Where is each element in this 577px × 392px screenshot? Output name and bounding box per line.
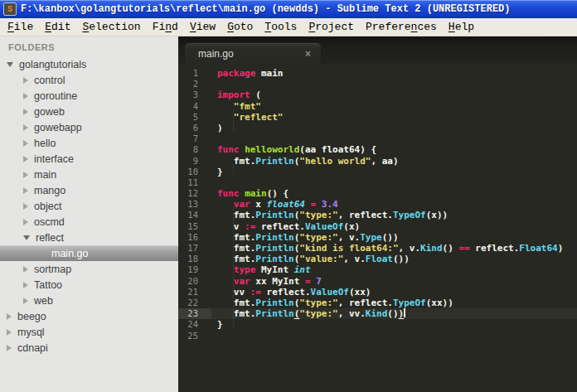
line-number: 17 xyxy=(178,243,211,254)
code-token: MyInt xyxy=(255,264,293,275)
title-bar[interactable]: S F:\kanbox\golangtutorials\reflect\main… xyxy=(0,0,577,18)
line-number: 7 xyxy=(178,133,211,144)
code-area[interactable]: 1package main23import (4"fmt"5"reflect"6… xyxy=(178,64,577,392)
code-line[interactable]: 5"reflect" xyxy=(178,112,577,123)
code-token: Println xyxy=(255,298,293,308)
code-line[interactable]: 25 xyxy=(178,331,577,341)
tree-item-control[interactable]: control xyxy=(0,72,178,88)
code-line[interactable]: 6) xyxy=(178,123,577,133)
code-token: TypeOf xyxy=(393,210,426,220)
tree-item-goweb[interactable]: goweb xyxy=(0,104,178,119)
code-line[interactable]: 21vv := reflect.ValueOf(xx) xyxy=(178,287,577,298)
collapsed-triangle-icon[interactable] xyxy=(23,109,28,115)
code-line[interactable]: 3import ( xyxy=(178,90,577,100)
expanded-triangle-icon[interactable] xyxy=(23,235,30,240)
tree-item-sortmap[interactable]: sortmap xyxy=(0,261,178,277)
code-token: "kind is float64:" xyxy=(299,243,398,254)
code-line[interactable]: 8func helloworld(aa float64) { xyxy=(178,144,577,155)
tree-item-main-go[interactable]: main.go xyxy=(0,245,178,261)
collapsed-triangle-icon[interactable] xyxy=(7,345,12,351)
tree-item-cdnapi[interactable]: cdnapi xyxy=(0,340,178,356)
code-line[interactable]: 12func main() { xyxy=(178,188,577,199)
code-line[interactable]: 18fmt.Println("value:", v.Float()) xyxy=(178,254,577,264)
tree-item-beego[interactable]: beego xyxy=(0,308,178,324)
code-line[interactable]: 9fmt.Println("hello world", aa) xyxy=(178,156,577,167)
code-token: import xyxy=(217,90,250,100)
expanded-triangle-icon[interactable] xyxy=(7,62,13,67)
code-line[interactable]: 7 xyxy=(178,133,577,144)
code-line-content: fmt.Println("type:", v.Type()) xyxy=(217,232,399,243)
code-line[interactable]: 10} xyxy=(178,167,577,177)
collapsed-triangle-icon[interactable] xyxy=(23,156,28,162)
tree-item-golangtutorials[interactable]: golangtutorials xyxy=(0,56,178,72)
collapsed-triangle-icon[interactable] xyxy=(7,313,12,320)
code-line[interactable]: 15v := reflect.ValueOf(x) xyxy=(178,221,577,232)
code-line[interactable]: 14fmt.Println("type:", reflect.TypeOf(x)… xyxy=(178,210,577,220)
collapsed-triangle-icon[interactable] xyxy=(23,172,28,178)
tree-item-mysql[interactable]: mysql xyxy=(0,324,178,340)
code-line[interactable]: 20var xx MyInt = 7 xyxy=(178,276,577,287)
tree-item-mango[interactable]: mango xyxy=(0,182,178,198)
tab-main-go[interactable]: main.go × xyxy=(184,42,322,64)
tree-item-label: Tattoo xyxy=(34,279,62,291)
tree-item-interface[interactable]: interface xyxy=(0,151,178,167)
code-line[interactable]: 13var x float64 = 3.4 xyxy=(178,199,577,210)
code-line[interactable]: 19type MyInt int xyxy=(178,264,577,275)
code-line[interactable]: 22fmt.Println("type:", reflect.TypeOf(xx… xyxy=(178,298,577,308)
menu-item-goto[interactable]: Goto xyxy=(221,20,259,34)
code-token: (aa float64) { xyxy=(299,144,376,155)
menu-item-selection[interactable]: Selection xyxy=(76,20,146,34)
tree-item-web[interactable]: web xyxy=(0,293,178,308)
tree-item-reflect[interactable]: reflect xyxy=(0,230,178,245)
code-line-content: type MyInt int xyxy=(217,264,311,275)
code-line[interactable]: 24} xyxy=(178,319,577,330)
app-icon-letter: S xyxy=(7,5,12,14)
menu-item-file[interactable]: File xyxy=(2,20,39,34)
code-token: , v. xyxy=(343,254,366,264)
tree-item-object[interactable]: object xyxy=(0,198,178,214)
collapsed-triangle-icon[interactable] xyxy=(23,266,28,273)
line-number: 23 xyxy=(178,308,211,319)
tree-item-label: gowebapp xyxy=(34,122,82,133)
code-token: ( xyxy=(250,90,261,100)
tree-item-label: hello xyxy=(34,138,56,149)
collapsed-triangle-icon[interactable] xyxy=(23,140,28,147)
menu-item-project[interactable]: Project xyxy=(303,20,360,34)
collapsed-triangle-icon[interactable] xyxy=(23,124,28,131)
menu-item-tools[interactable]: Tools xyxy=(259,20,303,34)
tree-item-main[interactable]: main xyxy=(0,167,178,182)
window-title: F:\kanbox\golangtutorials\reflect\main.g… xyxy=(21,3,511,15)
collapsed-triangle-icon[interactable] xyxy=(23,282,28,288)
collapsed-triangle-icon[interactable] xyxy=(7,329,12,336)
code-line[interactable]: 11 xyxy=(178,177,577,188)
code-line[interactable]: 17fmt.Println("kind is float64:", v.Kind… xyxy=(178,243,577,254)
code-line-content: fmt.Println("kind is float64:", v.Kind()… xyxy=(217,243,563,254)
tab-close-icon[interactable]: × xyxy=(305,48,311,60)
tree-item-Tattoo[interactable]: Tattoo xyxy=(0,277,178,293)
tree-item-oscmd[interactable]: oscmd xyxy=(0,214,178,230)
tree-item-hello[interactable]: hello xyxy=(0,135,178,151)
collapsed-triangle-icon[interactable] xyxy=(23,219,28,225)
menu-item-find[interactable]: Find xyxy=(147,20,184,34)
line-number: 25 xyxy=(178,331,211,341)
collapsed-triangle-icon[interactable] xyxy=(23,77,28,84)
menu-item-edit[interactable]: Edit xyxy=(39,20,76,34)
code-line[interactable]: 2 xyxy=(178,79,577,90)
code-token: Kind xyxy=(420,243,443,254)
collapsed-triangle-icon[interactable] xyxy=(23,187,28,194)
tree-item-gowebapp[interactable]: gowebapp xyxy=(0,119,178,135)
menu-item-preferences[interactable]: Preferences xyxy=(360,20,443,34)
code-token: fmt. xyxy=(234,254,256,264)
menu-item-view[interactable]: View xyxy=(184,20,221,34)
collapsed-triangle-icon[interactable] xyxy=(23,93,28,99)
collapsed-triangle-icon[interactable] xyxy=(23,203,28,210)
code-line[interactable]: 4"fmt" xyxy=(178,101,577,112)
code-line[interactable]: 16fmt.Println("type:", v.Type()) xyxy=(178,232,577,243)
code-line[interactable]: 1package main xyxy=(178,68,577,79)
code-line[interactable]: 23fmt.Println("type:", vv.Kind()) xyxy=(178,308,577,319)
collapsed-triangle-icon[interactable] xyxy=(23,298,28,304)
sidebar: FOLDERS golangtutorialscontrolgoroutineg… xyxy=(0,36,178,392)
tree-item-goroutine[interactable]: goroutine xyxy=(0,88,178,104)
code-token: ()) xyxy=(393,254,410,264)
menu-item-help[interactable]: Help xyxy=(443,20,480,34)
